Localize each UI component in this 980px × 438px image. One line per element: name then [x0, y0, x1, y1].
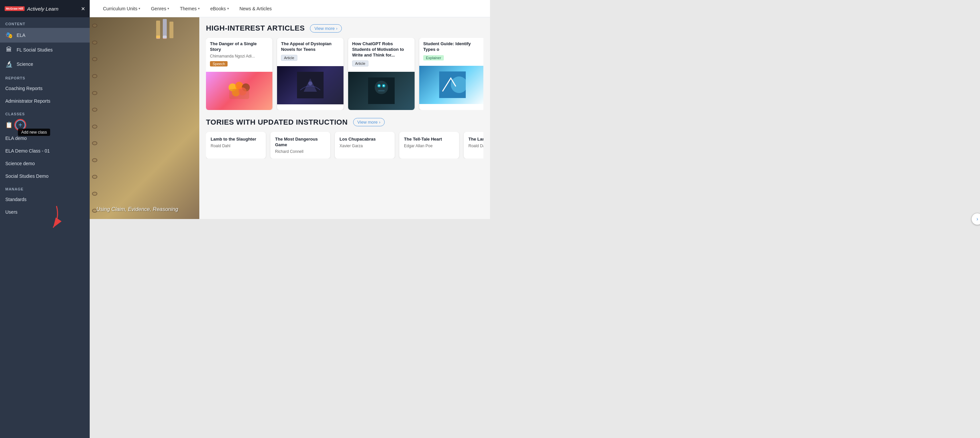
story-card-1[interactable]: The Most Dangerous Game Richard Connell	[270, 132, 330, 159]
card-title-0: The Danger of a Single Story	[210, 41, 269, 53]
story-author-1: Richard Connell	[275, 149, 326, 154]
add-class-icon: 📋	[5, 121, 13, 129]
content-section-label: CONTENT	[0, 17, 90, 28]
svg-rect-14	[229, 89, 249, 99]
svg-rect-23	[378, 90, 385, 91]
sidebar-item-coaching-reports[interactable]: Coaching Reports	[0, 82, 90, 95]
story-card-3[interactable]: The Tell-Tale Heart Edgar Allan Poe	[399, 132, 459, 159]
view-more-label: View more	[314, 26, 334, 31]
svg-point-22	[383, 85, 384, 86]
story-title-3: The Tell-Tale Heart	[404, 137, 455, 142]
mcgraw-badge: McGraw Hill	[5, 6, 25, 11]
stories-view-more-label: View more	[358, 119, 378, 124]
story-title-4: The Landlady	[468, 137, 484, 142]
topnav-themes[interactable]: Themes ▾	[174, 0, 205, 17]
classes-section-label: CLASSES	[0, 107, 90, 118]
sidebar-item-users[interactable]: Users	[0, 206, 90, 218]
card-tag-1: Article	[281, 55, 298, 61]
ebooks-chevron: ▾	[227, 6, 229, 10]
manage-section-label: MANAGE	[0, 182, 90, 193]
stories-cards: Lamb to the Slaughter Roald Dahl The Mos…	[206, 132, 484, 159]
sidebar-close-button[interactable]: ×	[81, 5, 85, 13]
topnav: Curriculum Units ▾ Genres ▾ Themes ▾ eBo…	[90, 0, 490, 17]
pencil-decoration	[153, 19, 196, 39]
ela-icon: 🎭	[5, 32, 13, 39]
sidebar-item-ela-label: ELA	[17, 33, 25, 38]
news-articles-label: News & Articles	[240, 6, 272, 11]
svg-point-21	[379, 85, 380, 86]
svg-point-18	[375, 81, 388, 94]
svg-point-16	[308, 81, 312, 85]
svg-rect-1	[156, 21, 160, 37]
article-card-2[interactable]: How ChatGPT Robs Students of Motivation …	[348, 38, 415, 110]
sidebar-item-admin-reports[interactable]: Administrator Reports	[0, 95, 90, 107]
curriculum-units-label: Curriculum Units	[103, 6, 137, 11]
sidebar-item-science-demo[interactable]: Science demo	[0, 157, 90, 170]
logo-text: Actively Learn	[27, 6, 59, 12]
themes-label: Themes	[180, 6, 197, 11]
article-card-3[interactable]: Student Guide: Identify Types o Explaine…	[419, 38, 484, 110]
story-author-4: Roald Dahl	[468, 143, 484, 148]
card-meta-3: Student Guide: Identify Types o Explaine…	[419, 38, 484, 66]
story-card-2[interactable]: Los Chupacabras Xavier Garza	[335, 132, 395, 159]
stories-view-more[interactable]: View more ›	[353, 118, 385, 126]
genres-label: Genres	[151, 6, 166, 11]
article-card-1[interactable]: The Appeal of Dystopian Novels for Teens…	[277, 38, 344, 110]
sidebar-item-ela-demo-01[interactable]: ELA Demo Class - 01	[0, 145, 90, 157]
right-content: HIGH-INTEREST ARTICLES View more › ‹ › T…	[199, 17, 490, 219]
sidebar-logo: McGraw Hill Actively Learn	[5, 6, 59, 12]
card-meta-1: The Appeal of Dystopian Novels for Teens…	[277, 38, 344, 66]
card-meta-2: How ChatGPT Robs Students of Motivation …	[348, 38, 415, 72]
card-tag-2: Article	[352, 61, 368, 67]
themes-chevron: ▾	[198, 6, 200, 10]
fl-social-studies-icon: 🏛	[5, 46, 13, 53]
sidebar-item-ela[interactable]: 🎭 ELA	[0, 28, 90, 43]
story-title-2: Los Chupacabras	[339, 137, 390, 142]
card-title-2: How ChatGPT Robs Students of Motivation …	[352, 41, 410, 58]
view-more-chevron: ›	[336, 26, 337, 31]
story-author-2: Xavier Garza	[339, 143, 390, 148]
card-meta-0: The Danger of a Single Story Chimamanda …	[206, 38, 272, 72]
high-interest-title: HIGH-INTEREST ARTICLES	[206, 24, 305, 33]
sidebar-item-science[interactable]: 🔬 Science	[0, 57, 90, 72]
high-interest-view-more[interactable]: View more ›	[310, 24, 342, 33]
add-class-tooltip: Add new class	[18, 129, 50, 136]
article-card-0[interactable]: The Danger of a Single Story Chimamanda …	[206, 38, 272, 110]
story-card-4[interactable]: The Landlady Roald Dahl	[464, 132, 484, 159]
ebooks-label: eBooks	[210, 6, 226, 11]
card-img-0	[206, 72, 272, 110]
sidebar: McGraw Hill Actively Learn × CONTENT 🎭 E…	[0, 0, 90, 219]
sidebar-item-standards[interactable]: Standards	[0, 193, 90, 206]
svg-rect-5	[163, 35, 167, 38]
spiral-decoration	[90, 17, 100, 219]
content-area: Using Claim, Evidence, Reasoning HIGH-IN…	[90, 17, 490, 219]
story-title-0: Lamb to the Slaughter	[211, 137, 261, 142]
topnav-genres[interactable]: Genres ▾	[145, 0, 174, 17]
stories-section: TORIES WITH UPDATED INSTRUCTION View mor…	[206, 118, 484, 159]
high-interest-header: HIGH-INTEREST ARTICLES View more › ‹ ›	[206, 24, 484, 33]
card-title-3: Student Guide: Identify Types o	[423, 41, 482, 53]
card-tag-0: Speech	[210, 61, 228, 67]
card-img-1	[277, 66, 344, 104]
svg-rect-4	[163, 19, 167, 35]
card-author-0: Chimamanda Ngozi Adi...	[210, 54, 269, 59]
card-title-1: The Appeal of Dystopian Novels for Teens	[281, 41, 339, 53]
topnav-news-articles[interactable]: News & Articles	[234, 0, 277, 17]
curriculum-units-chevron: ▾	[138, 6, 140, 10]
banner-caption: Using Claim, Evidence, Reasoning	[96, 206, 178, 212]
card-img-2	[348, 72, 415, 110]
svg-rect-7	[169, 22, 173, 38]
card-img-3	[419, 66, 484, 104]
left-banner: Using Claim, Evidence, Reasoning	[90, 17, 199, 219]
svg-marker-3	[156, 38, 160, 39]
svg-marker-6	[163, 38, 167, 39]
card-tag-3: Explainer	[423, 55, 444, 61]
stories-view-more-chevron: ›	[379, 119, 380, 124]
story-card-0[interactable]: Lamb to the Slaughter Roald Dahl	[206, 132, 266, 159]
story-title-1: The Most Dangerous Game	[275, 137, 326, 148]
sidebar-item-social-studies-demo[interactable]: Social Studies Demo	[0, 170, 90, 182]
sidebar-item-fl-social-studies[interactable]: 🏛 FL Social Studies	[0, 43, 90, 57]
topnav-ebooks[interactable]: eBooks ▾	[205, 0, 234, 17]
topnav-curriculum-units[interactable]: Curriculum Units ▾	[98, 0, 145, 17]
sidebar-item-science-label: Science	[17, 62, 33, 67]
